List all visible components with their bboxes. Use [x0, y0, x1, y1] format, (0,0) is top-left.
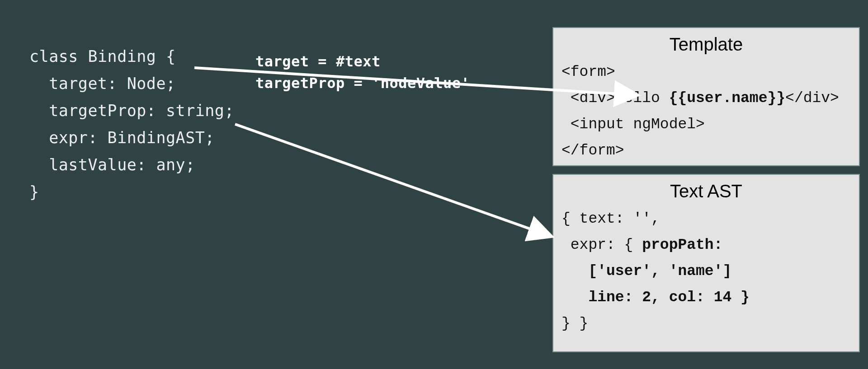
code-line-2: target: Node;	[29, 75, 176, 93]
tpl-l2b: {{user.name}}	[669, 90, 785, 107]
binding-class-code: class Binding { target: Node; targetProp…	[29, 43, 234, 206]
code-line-3: targetProp: string;	[29, 102, 234, 120]
template-panel-code: <form> <div>Hello {{user.name}}</div> <i…	[553, 59, 859, 175]
ast-panel-title: Text AST	[553, 175, 859, 206]
tpl-l4: </form>	[561, 142, 624, 159]
ast-l4: line: 2, col: 14 }	[561, 289, 750, 306]
target-annotation: target = #text targetProp = 'nodeValue'	[255, 51, 470, 94]
tpl-l2c: </div>	[785, 90, 839, 107]
slide-stage: class Binding { target: Node; targetProp…	[0, 0, 868, 369]
tpl-l2a: <div>Hello	[561, 90, 669, 107]
code-line-1: class Binding {	[29, 47, 176, 65]
tpl-l1: <form>	[561, 64, 615, 80]
ast-panel-code: { text: '', expr: { propPath: ['user', '…	[553, 206, 859, 348]
code-line-6: }	[29, 183, 39, 201]
ast-l5: } }	[561, 315, 588, 332]
ast-l2a: expr: {	[561, 237, 642, 253]
code-line-4: expr: BindingAST;	[29, 129, 215, 147]
anno-line-2: targetProp = 'nodeValue'	[255, 75, 470, 92]
ast-l3: ['user', 'name']	[561, 263, 731, 280]
template-panel-title: Template	[553, 28, 859, 59]
ast-l1: { text: '',	[561, 210, 660, 227]
arrow-expr-to-ast	[235, 124, 547, 235]
text-ast-panel: Text AST { text: '', expr: { propPath: […	[552, 174, 860, 352]
template-panel: Template <form> <div>Hello {{user.name}}…	[552, 27, 860, 166]
tpl-l3: <input ngModel>	[561, 116, 705, 133]
anno-line-1: target = #text	[255, 53, 381, 70]
ast-l2b: propPath:	[642, 237, 722, 253]
code-line-5: lastValue: any;	[29, 156, 195, 174]
